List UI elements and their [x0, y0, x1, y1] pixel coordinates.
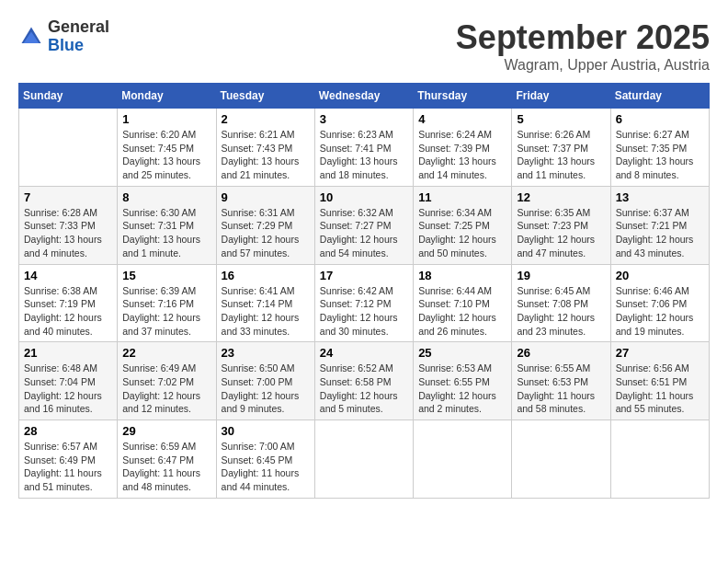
day-number: 1	[122, 112, 210, 126]
day-info: Sunrise: 7:00 AMSunset: 6:45 PMDaylight:…	[222, 440, 310, 494]
location-title: Wagram, Upper Austria, Austria	[456, 57, 710, 74]
day-info: Sunrise: 6:57 AMSunset: 6:49 PMDaylight:…	[24, 440, 112, 494]
day-number: 24	[320, 346, 408, 360]
calendar-cell: 30Sunrise: 7:00 AMSunset: 6:45 PMDayligh…	[216, 420, 314, 499]
day-number: 29	[122, 424, 210, 438]
day-info: Sunrise: 6:24 AMSunset: 7:39 PMDaylight:…	[418, 128, 506, 182]
calendar-cell: 2Sunrise: 6:21 AMSunset: 7:43 PMDaylight…	[216, 109, 314, 187]
calendar-cell: 21Sunrise: 6:48 AMSunset: 7:04 PMDayligh…	[19, 342, 118, 420]
calendar-cell: 16Sunrise: 6:41 AMSunset: 7:14 PMDayligh…	[216, 264, 314, 342]
week-row-2: 7Sunrise: 6:28 AMSunset: 7:33 PMDaylight…	[19, 186, 710, 264]
day-number: 16	[222, 269, 310, 282]
day-number: 22	[122, 346, 210, 360]
day-number: 15	[122, 269, 210, 282]
day-info: Sunrise: 6:41 AMSunset: 7:14 PMDaylight:…	[222, 284, 310, 339]
day-info: Sunrise: 6:49 AMSunset: 7:02 PMDaylight:…	[122, 362, 210, 416]
day-number: 18	[418, 269, 506, 282]
day-info: Sunrise: 6:27 AMSunset: 7:35 PMDaylight:…	[616, 128, 704, 182]
calendar-cell: 23Sunrise: 6:50 AMSunset: 7:00 PMDayligh…	[216, 342, 314, 420]
day-info: Sunrise: 6:32 AMSunset: 7:27 PMDaylight:…	[320, 206, 408, 260]
calendar-cell: 14Sunrise: 6:38 AMSunset: 7:19 PMDayligh…	[19, 264, 118, 342]
day-number: 27	[616, 346, 704, 360]
calendar-table: SundayMondayTuesdayWednesdayThursdayFrid…	[18, 83, 710, 499]
day-number: 21	[24, 346, 112, 360]
day-number: 2	[222, 112, 310, 126]
day-number: 11	[418, 190, 506, 204]
page-header: General Blue September 2025 Wagram, Uppe…	[18, 18, 710, 74]
day-info: Sunrise: 6:46 AMSunset: 7:06 PMDaylight:…	[616, 284, 704, 339]
calendar-cell: 6Sunrise: 6:27 AMSunset: 7:35 PMDaylight…	[610, 109, 709, 187]
header-wednesday: Wednesday	[314, 84, 413, 109]
header-friday: Friday	[512, 84, 610, 109]
day-info: Sunrise: 6:31 AMSunset: 7:29 PMDaylight:…	[222, 206, 310, 260]
header-tuesday: Tuesday	[216, 84, 314, 109]
day-number: 9	[222, 190, 310, 204]
calendar-cell	[512, 420, 610, 499]
day-info: Sunrise: 6:35 AMSunset: 7:23 PMDaylight:…	[517, 206, 605, 260]
calendar-cell: 9Sunrise: 6:31 AMSunset: 7:29 PMDaylight…	[216, 186, 314, 264]
calendar-cell: 10Sunrise: 6:32 AMSunset: 7:27 PMDayligh…	[314, 186, 413, 264]
day-number: 25	[418, 346, 506, 360]
day-info: Sunrise: 6:48 AMSunset: 7:04 PMDaylight:…	[24, 362, 112, 416]
calendar-cell: 5Sunrise: 6:26 AMSunset: 7:37 PMDaylight…	[512, 109, 610, 187]
calendar-cell: 19Sunrise: 6:45 AMSunset: 7:08 PMDayligh…	[512, 264, 610, 342]
day-number: 8	[122, 190, 210, 204]
day-number: 10	[320, 190, 408, 204]
calendar-cell: 8Sunrise: 6:30 AMSunset: 7:31 PMDaylight…	[118, 186, 216, 264]
day-info: Sunrise: 6:28 AMSunset: 7:33 PMDaylight:…	[24, 206, 112, 260]
day-number: 28	[24, 424, 112, 438]
calendar-cell: 29Sunrise: 6:59 AMSunset: 6:47 PMDayligh…	[118, 420, 216, 499]
day-number: 17	[320, 269, 408, 282]
calendar-cell	[314, 420, 413, 499]
calendar-cell: 22Sunrise: 6:49 AMSunset: 7:02 PMDayligh…	[118, 342, 216, 420]
day-info: Sunrise: 6:50 AMSunset: 7:00 PMDaylight:…	[222, 362, 310, 416]
calendar-cell: 28Sunrise: 6:57 AMSunset: 6:49 PMDayligh…	[19, 420, 118, 499]
day-info: Sunrise: 6:20 AMSunset: 7:45 PMDaylight:…	[122, 128, 210, 182]
day-number: 26	[517, 346, 605, 360]
day-info: Sunrise: 6:44 AMSunset: 7:10 PMDaylight:…	[418, 284, 506, 339]
header-thursday: Thursday	[414, 84, 512, 109]
calendar-cell: 17Sunrise: 6:42 AMSunset: 7:12 PMDayligh…	[314, 264, 413, 342]
header-saturday: Saturday	[610, 84, 709, 109]
calendar-cell: 24Sunrise: 6:52 AMSunset: 6:58 PMDayligh…	[314, 342, 413, 420]
day-info: Sunrise: 6:42 AMSunset: 7:12 PMDaylight:…	[320, 284, 408, 339]
header-monday: Monday	[118, 84, 216, 109]
day-number: 5	[517, 112, 605, 126]
calendar-cell: 27Sunrise: 6:56 AMSunset: 6:51 PMDayligh…	[610, 342, 709, 420]
day-number: 12	[517, 190, 605, 204]
day-info: Sunrise: 6:56 AMSunset: 6:51 PMDaylight:…	[616, 362, 704, 416]
calendar-cell	[610, 420, 709, 499]
day-info: Sunrise: 6:53 AMSunset: 6:55 PMDaylight:…	[418, 362, 506, 416]
week-row-1: 1Sunrise: 6:20 AMSunset: 7:45 PMDaylight…	[19, 109, 710, 187]
day-number: 23	[222, 346, 310, 360]
logo-icon	[18, 24, 44, 50]
calendar-cell: 26Sunrise: 6:55 AMSunset: 6:53 PMDayligh…	[512, 342, 610, 420]
title-block: September 2025 Wagram, Upper Austria, Au…	[456, 18, 710, 74]
day-info: Sunrise: 6:45 AMSunset: 7:08 PMDaylight:…	[517, 284, 605, 339]
week-row-3: 14Sunrise: 6:38 AMSunset: 7:19 PMDayligh…	[19, 264, 710, 342]
day-number: 30	[222, 424, 310, 438]
calendar-cell	[414, 420, 512, 499]
day-info: Sunrise: 6:23 AMSunset: 7:41 PMDaylight:…	[320, 128, 408, 182]
day-info: Sunrise: 6:34 AMSunset: 7:25 PMDaylight:…	[418, 206, 506, 260]
calendar-cell: 20Sunrise: 6:46 AMSunset: 7:06 PMDayligh…	[610, 264, 709, 342]
day-info: Sunrise: 6:26 AMSunset: 7:37 PMDaylight:…	[517, 128, 605, 182]
calendar-cell: 4Sunrise: 6:24 AMSunset: 7:39 PMDaylight…	[414, 109, 512, 187]
day-info: Sunrise: 6:55 AMSunset: 6:53 PMDaylight:…	[517, 362, 605, 416]
calendar-cell	[19, 109, 118, 187]
day-number: 14	[24, 269, 112, 282]
calendar-cell: 15Sunrise: 6:39 AMSunset: 7:16 PMDayligh…	[118, 264, 216, 342]
day-number: 6	[616, 112, 704, 126]
day-info: Sunrise: 6:39 AMSunset: 7:16 PMDaylight:…	[122, 284, 210, 339]
day-number: 19	[517, 269, 605, 282]
calendar-cell: 3Sunrise: 6:23 AMSunset: 7:41 PMDaylight…	[314, 109, 413, 187]
day-info: Sunrise: 6:37 AMSunset: 7:21 PMDaylight:…	[616, 206, 704, 260]
calendar-cell: 1Sunrise: 6:20 AMSunset: 7:45 PMDaylight…	[118, 109, 216, 187]
day-number: 13	[616, 190, 704, 204]
month-title: September 2025	[456, 18, 710, 57]
day-info: Sunrise: 6:30 AMSunset: 7:31 PMDaylight:…	[122, 206, 210, 260]
day-info: Sunrise: 6:52 AMSunset: 6:58 PMDaylight:…	[320, 362, 408, 416]
day-info: Sunrise: 6:59 AMSunset: 6:47 PMDaylight:…	[122, 440, 210, 494]
calendar-cell: 25Sunrise: 6:53 AMSunset: 6:55 PMDayligh…	[414, 342, 512, 420]
week-row-4: 21Sunrise: 6:48 AMSunset: 7:04 PMDayligh…	[19, 342, 710, 420]
